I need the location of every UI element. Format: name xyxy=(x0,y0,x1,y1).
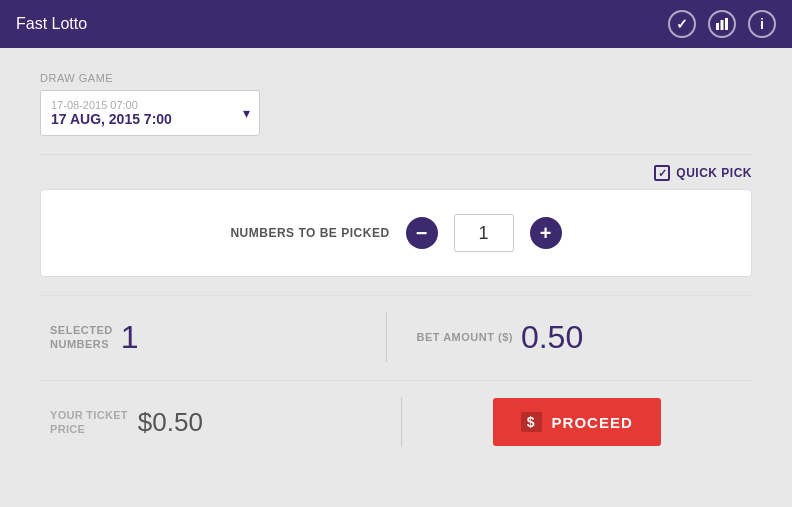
ticket-price-label: YOUR TICKET PRICE xyxy=(50,408,128,437)
bet-amount-section: BET AMOUNT ($) 0.50 xyxy=(387,319,753,356)
header-icons: ✓ i xyxy=(668,10,776,38)
draw-date-top: 17-08-2015 07:00 xyxy=(51,99,138,111)
bet-amount-value: 0.50 xyxy=(521,319,583,356)
ticket-price-label-line1: YOUR TICKET xyxy=(50,409,128,421)
draw-game-label: DRAW GAME xyxy=(40,72,752,84)
svg-rect-2 xyxy=(725,18,728,30)
quick-pick-toggle[interactable]: ✓ QUICK PICK xyxy=(654,165,752,181)
ticket-price-value: $0.50 xyxy=(138,407,203,438)
plus-icon: + xyxy=(540,223,552,243)
quick-pick-checkbox[interactable]: ✓ xyxy=(654,165,670,181)
selected-numbers-value: 1 xyxy=(121,319,139,356)
stats-row: SELECTEDNUMBERS 1 BET AMOUNT ($) 0.50 xyxy=(40,295,752,362)
proceed-label: PROCEED xyxy=(552,414,633,431)
quick-pick-label-text: QUICK PICK xyxy=(676,166,752,180)
proceed-button[interactable]: $ PROCEED xyxy=(493,398,661,446)
minus-icon: − xyxy=(416,223,428,243)
draw-game-section: DRAW GAME 17-08-2015 07:00 17 AUG, 2015 … xyxy=(40,72,752,136)
section-divider xyxy=(40,154,752,155)
main-content: DRAW GAME 17-08-2015 07:00 17 AUG, 2015 … xyxy=(0,48,792,471)
info-icon[interactable]: i xyxy=(748,10,776,38)
numbers-to-pick-label: NUMBERS TO BE PICKED xyxy=(230,226,389,240)
svg-rect-1 xyxy=(721,20,724,30)
dollar-badge: $ xyxy=(521,412,542,432)
increment-button[interactable]: + xyxy=(530,217,562,249)
ticket-price-section: YOUR TICKET PRICE $0.50 xyxy=(40,407,401,438)
header: Fast Lotto ✓ i xyxy=(0,0,792,48)
proceed-section: $ PROCEED xyxy=(402,398,753,446)
selected-numbers-label: SELECTEDNUMBERS xyxy=(50,323,113,352)
draw-game-select-wrapper[interactable]: 17-08-2015 07:00 17 AUG, 2015 7:00 ▾ xyxy=(40,90,260,136)
app-title: Fast Lotto xyxy=(16,15,87,33)
selected-numbers-section: SELECTEDNUMBERS 1 xyxy=(40,319,386,356)
ticket-row: YOUR TICKET PRICE $0.50 $ PROCEED xyxy=(40,380,752,447)
ticket-price-label-line2: PRICE xyxy=(50,423,85,435)
draw-game-select[interactable]: 17-08-2015 07:00 17 AUG, 2015 7:00 xyxy=(40,90,260,136)
numbers-picker-card: NUMBERS TO BE PICKED − + xyxy=(40,189,752,277)
number-input[interactable] xyxy=(454,214,514,252)
checkmark-icon[interactable]: ✓ xyxy=(668,10,696,38)
bet-amount-label: BET AMOUNT ($) xyxy=(417,330,513,344)
quick-pick-row: ✓ QUICK PICK xyxy=(40,165,752,181)
chart-icon[interactable] xyxy=(708,10,736,38)
decrement-button[interactable]: − xyxy=(406,217,438,249)
svg-rect-0 xyxy=(716,23,719,30)
draw-date-main: 17 AUG, 2015 7:00 xyxy=(51,111,172,127)
